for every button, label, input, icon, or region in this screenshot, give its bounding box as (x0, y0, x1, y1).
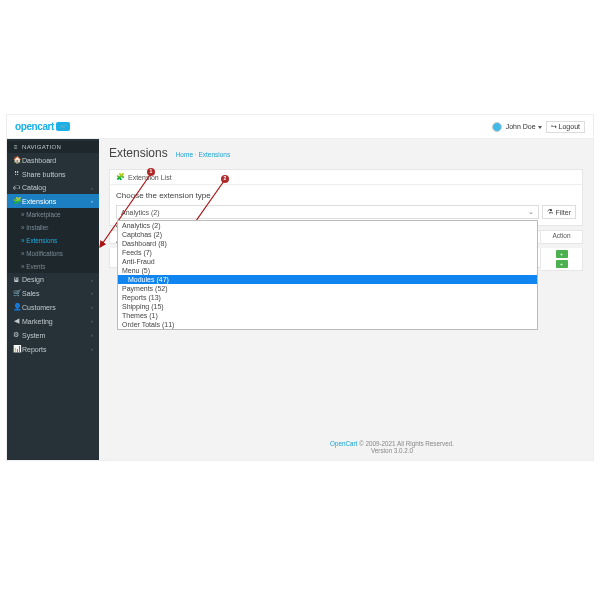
chevron-right-icon: › (91, 318, 93, 324)
extension-type-select[interactable]: Analytics (2) ⌄ Analytics (2)Captchas (2… (116, 205, 539, 219)
chevron-right-icon: › (91, 304, 93, 310)
sidebar: ≡ NAVIGATION 🏠Dashboard⠿Share buttons🏷Ca… (7, 139, 99, 460)
filter-icon: ⚗ (547, 208, 553, 216)
brand-name: opencart (15, 121, 54, 132)
option-anti-fraud[interactable]: Anti-Fraud (118, 257, 537, 266)
app-header: opencart 🛒 John Doe ↪ Logout (7, 115, 593, 139)
sidebar-item-customers[interactable]: 👤Customers› (7, 300, 99, 314)
breadcrumb-home[interactable]: Home (176, 151, 193, 158)
nav-icon: 🧩 (13, 197, 19, 205)
chevron-right-icon: › (91, 290, 93, 296)
menu-icon: ≡ (13, 144, 19, 150)
sidebar-item-catalog[interactable]: 🏷Catalog› (7, 181, 99, 194)
chevron-right-icon: › (91, 185, 93, 191)
sidebar-subitem-marketplace[interactable]: » Marketplace (7, 208, 99, 221)
logout-button[interactable]: ↪ Logout (546, 121, 585, 133)
extension-list-panel: 🧩 Extension List Choose the extension ty… (109, 169, 583, 226)
nav-heading: ≡ NAVIGATION (7, 141, 99, 153)
breadcrumb: Home · Extensions (176, 151, 231, 158)
install-button[interactable]: + (556, 260, 568, 268)
main-content: Extensions Home · Extensions 🧩 Extension… (99, 139, 593, 460)
option-themes[interactable]: Themes (1) (118, 311, 537, 320)
sidebar-subitem-modifications[interactable]: » Modifications (7, 247, 99, 260)
option-feeds[interactable]: Feeds (7) (118, 248, 537, 257)
option-captchas[interactable]: Captchas (2) (118, 230, 537, 239)
chevron-down-icon: ⌄ (528, 208, 534, 216)
user-menu[interactable]: John Doe (506, 123, 542, 130)
option-reports[interactable]: Reports (13) (118, 293, 537, 302)
nav-icon: 🖥 (13, 276, 19, 283)
sidebar-subitem-installer[interactable]: » Installer (7, 221, 99, 234)
option-menu[interactable]: Menu (5) (118, 266, 537, 275)
action-cell: + + (541, 248, 583, 271)
chevron-right-icon: › (91, 198, 93, 204)
nav-icon: 📊 (13, 345, 19, 353)
sidebar-item-dashboard[interactable]: 🏠Dashboard (7, 153, 99, 167)
nav-icon: 🏷 (13, 184, 19, 191)
chevron-right-icon: › (91, 346, 93, 352)
sidebar-item-share-buttons[interactable]: ⠿Share buttons (7, 167, 99, 181)
option-analytics[interactable]: Analytics (2) (118, 221, 537, 230)
choose-type-label: Choose the extension type (116, 191, 576, 200)
filter-button[interactable]: ⚗ Filter (542, 205, 576, 219)
option-payments[interactable]: Payments (52) (118, 284, 537, 293)
sidebar-item-marketing[interactable]: ◀Marketing› (7, 314, 99, 328)
chevron-right-icon: › (91, 277, 93, 283)
sidebar-item-system[interactable]: ⚙System› (7, 328, 99, 342)
nav-icon: ⠿ (13, 170, 19, 178)
avatar[interactable] (492, 122, 502, 132)
chevron-right-icon: › (91, 332, 93, 338)
install-button[interactable]: + (556, 250, 568, 258)
sidebar-subitem-extensions[interactable]: » Extensions (7, 234, 99, 247)
sidebar-item-reports[interactable]: 📊Reports› (7, 342, 99, 356)
option-modules[interactable]: Modules (47) (118, 275, 537, 284)
footer: OpenCart © 2009-2021 All Rights Reserved… (191, 440, 593, 454)
logout-icon: ↪ (551, 123, 557, 131)
nav-icon: ◀ (13, 317, 19, 325)
page-title: Extensions (109, 146, 168, 160)
chevron-down-icon (538, 126, 542, 129)
action-column-header: Action (541, 230, 583, 244)
extension-type-dropdown[interactable]: Analytics (2)Captchas (2)Dashboard (8)Fe… (117, 220, 538, 330)
brand-logo[interactable]: opencart 🛒 (15, 121, 70, 132)
sidebar-item-sales[interactable]: 🛒Sales› (7, 286, 99, 300)
nav-icon: 🛒 (13, 289, 19, 297)
cart-icon: 🛒 (56, 122, 70, 131)
footer-link[interactable]: OpenCart (330, 440, 357, 447)
nav-icon: ⚙ (13, 331, 19, 339)
nav-icon: 👤 (13, 303, 19, 311)
option-shipping[interactable]: Shipping (15) (118, 302, 537, 311)
sidebar-item-extensions[interactable]: 🧩Extensions› (7, 194, 99, 208)
sidebar-subitem-events[interactable]: » Events (7, 260, 99, 273)
panel-header: 🧩 Extension List (110, 170, 582, 185)
option-order[interactable]: Order Totals (11) (118, 320, 537, 329)
sidebar-item-design[interactable]: 🖥Design› (7, 273, 99, 286)
option-dashboard[interactable]: Dashboard (8) (118, 239, 537, 248)
extension-icon: 🧩 (116, 173, 125, 181)
version-text: Version 3.0.2.0 (371, 447, 413, 454)
nav-icon: 🏠 (13, 156, 19, 164)
breadcrumb-current[interactable]: Extensions (198, 151, 230, 158)
